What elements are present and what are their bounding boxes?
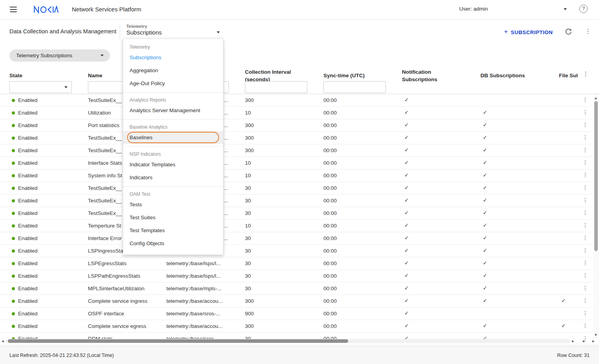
menu-item-indicators[interactable]: Indicators [123, 171, 223, 184]
row-actions-kebab-icon[interactable]: ⋮ [583, 97, 588, 103]
row-actions-kebab-icon[interactable]: ⋮ [583, 248, 588, 254]
cell-sync-time: 00:00 [323, 185, 337, 191]
menu-item-subscriptions[interactable]: Subscriptions [123, 51, 223, 64]
state-enabled-dot-icon [12, 325, 15, 328]
user-menu-caret-icon[interactable] [564, 8, 567, 10]
collection-interval-filter-input[interactable] [245, 81, 307, 93]
table-row[interactable]: EnabledInterface Stats...1000:00✓✓⋮ [0, 157, 599, 169]
table-row[interactable]: EnabledComplete service ingresstelemetry… [0, 295, 599, 308]
toolbar-kebab-icon[interactable]: ⋮ [585, 28, 591, 35]
db-subscription-check-icon: ✓ [483, 272, 487, 278]
row-actions-kebab-icon[interactable]: ⋮ [583, 210, 588, 216]
state-filter-select[interactable] [9, 81, 72, 93]
menu-item-test-templates[interactable]: Test Templates [123, 224, 223, 237]
table-row[interactable]: EnabledTestSuiteEx__...30000:00✓✓⋮ [0, 132, 599, 144]
add-subscription-label: SUBSCRIPTION [511, 29, 553, 35]
menu-item-indicator-templates[interactable]: Indicator Templates [123, 158, 223, 171]
state-enabled-dot-icon [12, 249, 15, 253]
hamburger-menu-icon[interactable] [10, 7, 17, 12]
cell-name: LSPPathEngressStats [88, 273, 161, 279]
row-actions-kebab-icon[interactable]: ⋮ [583, 172, 588, 178]
column-header-sync-time[interactable]: Sync-time (UTC) [323, 72, 365, 79]
menu-item-config-objects[interactable]: Config Objects [123, 237, 223, 250]
state-enabled-dot-icon [12, 174, 15, 177]
table-row[interactable]: EnabledInterface Error...3000:00✓✓⋮ [0, 232, 599, 245]
table-row[interactable]: EnabledTestSuiteEx__...3000:00✓✓⋮ [0, 207, 599, 220]
table-row[interactable]: EnabledUtilization...1000:00✓✓⋮ [0, 107, 599, 119]
vertical-scrollbar-thumb[interactable] [594, 101, 598, 251]
row-actions-kebab-icon[interactable]: ⋮ [583, 285, 588, 291]
row-actions-kebab-icon[interactable]: ⋮ [583, 122, 588, 128]
horizontal-scrollbar[interactable]: ◂ ▸ ◂ ▸ [0, 338, 599, 344]
row-actions-kebab-icon[interactable]: ⋮ [583, 160, 588, 166]
cell-collection-interval: 30 [245, 286, 251, 291]
table-row[interactable]: EnabledComplete service egresstelemetry:… [0, 320, 599, 333]
menu-item-age-out-policy[interactable]: Age-Out Policy [123, 77, 223, 90]
row-actions-kebab-icon[interactable]: ⋮ [583, 298, 588, 304]
table-row[interactable]: EnabledTestSuiteEx__...3000:00✓✓⋮ [0, 195, 599, 207]
row-actions-kebab-icon[interactable]: ⋮ [583, 260, 588, 266]
row-actions-kebab-icon[interactable]: ⋮ [583, 109, 588, 116]
column-header-file-subscriptions[interactable]: File Sul [559, 72, 579, 79]
table-row[interactable]: EnabledLSPEgressStatstelemetry:/base/lsp… [0, 257, 599, 270]
table-row[interactable]: EnabledTestSuiteEx__...30000:00✓⋮ [0, 94, 599, 107]
row-actions-kebab-icon[interactable]: ⋮ [583, 147, 588, 153]
table-row[interactable]: EnabledTemperture St...1000:00✓✓⋮ [0, 220, 599, 232]
cell-name: Complete service ingress [88, 298, 161, 304]
menu-section-oam-test: OAM TestTestsTest SuitesTest TemplatesCo… [123, 186, 223, 252]
refresh-icon[interactable] [564, 28, 572, 37]
cell-state: Enabled [18, 260, 38, 266]
table-row[interactable]: EnabledLSPPathEngressStatstelemetry:/bas… [0, 270, 599, 282]
notification-check-icon: ✓ [404, 172, 409, 178]
scroll-up-icon[interactable]: ▴ [595, 96, 597, 100]
table-row[interactable]: EnabledTestSuiteEx__...3000:00✓✓⋮ [0, 182, 599, 195]
row-actions-kebab-icon[interactable]: ⋮ [583, 235, 588, 241]
breadcrumb: Data Collection and Analysis Management [9, 28, 116, 35]
menu-item-test-suites[interactable]: Test Suites [123, 211, 223, 224]
scroll-left-icon[interactable]: ◂ [2, 339, 4, 343]
scroll-right-icon[interactable]: ▸ [572, 339, 574, 343]
row-actions-kebab-icon[interactable]: ⋮ [583, 197, 588, 204]
help-icon[interactable]: ? [579, 5, 588, 13]
table-row[interactable]: EnabledSystem info St...1000:00✓✓⋮ [0, 169, 599, 182]
row-actions-kebab-icon[interactable]: ⋮ [583, 135, 588, 141]
app-window: Network Services Platform User: admin ? … [0, 0, 599, 364]
column-header-state[interactable]: State [9, 72, 22, 79]
row-actions-kebab-icon[interactable]: ⋮ [583, 323, 588, 329]
db-subscription-check-icon: ✓ [483, 297, 487, 304]
table-row[interactable]: EnabledTestSuiteEx__...30000:00✓✓⋮ [0, 144, 599, 157]
row-actions-kebab-icon[interactable]: ⋮ [583, 185, 588, 191]
menu-item-aggregation[interactable]: Aggregation [123, 64, 223, 77]
row-actions-kebab-icon[interactable]: ⋮ [583, 222, 588, 229]
vertical-scrollbar[interactable]: ▴ ▾ [594, 94, 599, 338]
column-header-notification-subscriptions[interactable]: Notification Subscriptions [402, 68, 447, 83]
menu-item-tests[interactable]: Tests [123, 198, 223, 211]
table-row[interactable]: EnabledPort statistics...30000:00✓✓⋮ [0, 119, 599, 132]
column-header-name[interactable]: Name [88, 72, 102, 79]
column-page-left-icon[interactable]: ◂ [582, 339, 584, 343]
cell-state: Enabled [18, 210, 38, 216]
cell-collection-interval: 30 [245, 248, 251, 254]
menu-item-baselines[interactable]: Baselines [123, 131, 223, 144]
telemetry-subscriptions-chip[interactable]: Telemetry Subscriptions [9, 49, 110, 62]
add-subscription-button[interactable]: + SUBSCRIPTION [504, 28, 553, 36]
horizontal-scrollbar-thumb[interactable] [8, 339, 348, 343]
sync-time-filter-input[interactable] [323, 81, 386, 93]
cell-telemetry-type: telemetry:/base/lsps/l... [166, 273, 241, 279]
notification-check-icon: ✓ [404, 235, 409, 241]
scroll-down-icon[interactable]: ▾ [595, 333, 597, 337]
view-selector[interactable]: Telemetry Subscriptions [126, 24, 225, 40]
column-settings-kebab-icon[interactable]: ⋮ [583, 71, 589, 77]
cell-state: Enabled [18, 147, 38, 153]
column-page-right-icon[interactable]: ▸ [592, 339, 595, 343]
table-row[interactable]: EnabledMPLSinterfaceUtilizatontelemetry:… [0, 282, 599, 295]
cell-collection-interval: 300 [245, 298, 254, 304]
row-actions-kebab-icon[interactable]: ⋮ [583, 273, 588, 279]
column-header-db-subscriptions[interactable]: DB Subscriptions [480, 72, 525, 79]
chip-caret-icon [100, 55, 104, 56]
notification-check-icon: ✓ [404, 322, 409, 329]
row-actions-kebab-icon[interactable]: ⋮ [583, 310, 588, 317]
table-row[interactable]: EnabledLSPIngressStatstelemetry:/base/ls… [0, 245, 599, 257]
menu-item-analytics-server-management[interactable]: Analytics Server Management [123, 104, 223, 117]
table-row[interactable]: EnabledOSPF interfacetelemetry:/base/sro… [0, 308, 599, 320]
